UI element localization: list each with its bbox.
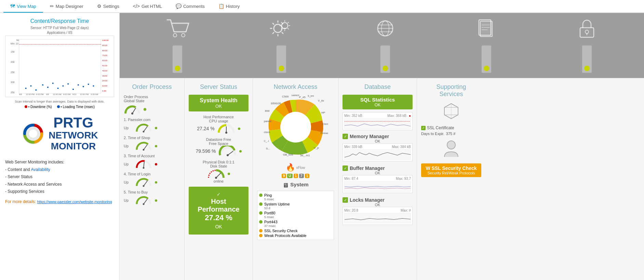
order-item-3: 3. Time of Account Up [124,154,180,169]
banner-item-cart [165,18,189,73]
weak-status-dot [259,234,263,237]
global-gauge [124,104,141,115]
svg-text:V_jc: V_jc [314,146,319,149]
order-num-4: 4. Time of Login [124,172,180,176]
physical-disk-gauge [207,168,225,179]
prtg-logo: PRTG NETWORK MONITOR [5,116,114,152]
nav-history[interactable]: 📋 History [212,0,246,13]
order-gauge-4 [135,177,152,187]
system-health-box: System Health OK [189,95,249,111]
svg-point-23 [42,84,43,85]
doc-banner-icon [475,18,498,43]
buffer-mini-svg [345,182,411,191]
svg-rect-55 [480,21,492,37]
system-health-label: System Health [192,97,245,104]
legend-downtime: • Downtime (%) [25,105,52,109]
legend-dot-blue [57,105,60,108]
ssl-status-dot [259,229,263,232]
donut-chart-container: P_45 V_its HP Cisco ASA Firewall V_jc 3d… [257,95,334,160]
global-state-sub: Global State [124,99,180,103]
order-status-1: Up [124,126,132,130]
svg-point-60 [585,30,589,34]
supporting-services-section: SupportingServices ✓ SSL Certificate [417,78,485,280]
svg-text:30.00: 30.00 [102,75,108,77]
host-perf-big-title: Host Performance [192,198,245,213]
system-item-port443: Port443 [259,219,332,224]
svg-point-65 [143,131,145,133]
svg-point-30 [78,84,79,85]
svg-text:C_..l: C_..l [264,140,269,143]
svg-rect-59 [580,28,594,37]
svg-point-80 [280,112,311,143]
uptime-status-dot [259,202,263,206]
nav-view-map[interactable]: 🗺 View Map [3,0,43,13]
memory-manager-label: Memory Manager [350,134,389,139]
buffer-chart-row: Min: 87.4 Max: 93.7 [344,177,411,181]
website-monitoring-link[interactable]: https://www.paessler.com/website-monitor… [37,200,112,204]
svg-text:0.00: 0.00 [102,90,106,92]
svg-text:Cisco ASA: Cisco ASA [322,122,328,125]
cube-icon-svg [443,102,460,121]
svg-text:6:00 PM: 6:00 PM [36,93,43,95]
svg-line-70 [144,181,147,186]
nav-get-html[interactable]: </> Get HTML [126,0,169,13]
status-dot-3 [155,163,157,165]
host-perf-big-status: OK [192,224,245,229]
nav-comments[interactable]: 💬 Comments [169,0,212,13]
banner-tube-cart [173,45,182,73]
locks-manager-ok: OK [343,203,413,207]
order-num-2: 2. Time of Shop [124,136,180,140]
order-row-5: Up [124,195,180,205]
svg-point-48 [282,23,288,29]
badge-1: 1 [294,174,298,178]
system-monitor-icon: 🖥 [282,182,289,189]
svg-text:9/10: 9/10 [72,93,77,95]
ssl-warn-title: W SSL Security Check [423,165,479,171]
svg-point-69 [143,167,145,169]
link-content: - Content and Availability [5,166,114,174]
svg-text:9/9: 9/9 [19,93,22,95]
svg-point-99 [447,141,455,149]
order-item-1: 1. Paessler.com Up [124,118,180,133]
chart-svg: Max: 375 msec 350 300 250 200 150 Min: 1… [5,36,114,97]
buffer-manager-ok: OK [343,171,413,175]
locks-chart-row: Min: 20.8 Max: # [344,209,411,212]
legend-loadtime: • Loading Time (msec) [57,105,95,109]
order-status-5: Up [124,198,132,202]
status-dot-2 [155,145,157,147]
global-state-item: Order Process Global State [124,95,180,115]
svg-text:3d_..in1: 3d_..in1 [300,154,310,157]
port80-label: Port80 [264,211,275,215]
database-title: Database [343,83,413,91]
nav-get-html-label: Get HTML [142,4,162,9]
physical-disk-sub: Disk State [189,164,249,168]
svg-text:Switch: Switch [291,95,299,97]
availability-link[interactable]: Availability [31,167,50,172]
buffer-min: Min: 87.4 [344,177,358,181]
port443-status-dot [259,220,263,224]
svg-line-64 [144,126,147,132]
person-avatar-icon [421,140,481,162]
comments-icon: 💬 [176,3,182,9]
memory-max: Max: 384 kB [392,145,411,149]
svg-point-29 [72,89,74,90]
prtg-monitor-text: MONITOR [49,141,98,152]
system-title: System [290,182,308,187]
memory-check-row: ✓ Memory Manager [343,134,413,139]
datastore-metric: Datastore Free Free Space 79.596 % [189,137,249,157]
network-access-section: Network Access [253,78,338,280]
svg-text:800: 800 [265,109,270,112]
nav-settings-label: Settings [103,4,119,9]
order-item-5: 5. Time to Buy Up [124,190,180,205]
svg-text:panos: panos [264,120,271,123]
nav-settings[interactable]: ⚙ Settings [90,0,126,13]
memory-check-icon: ✓ [343,134,348,139]
physical-disk-metric: Physical Disk 0:1:1 Disk State online [189,160,249,183]
nav-map-designer[interactable]: ✏ Map Designer [43,0,90,13]
svg-text:150: 150 [11,51,15,53]
svg-text:HP: HP [321,111,325,114]
datastore-dot [239,150,242,152]
buffer-check-icon: ✓ [343,165,348,171]
svg-text:200: 200 [11,61,15,63]
memory-manager-ok: OK [343,139,413,143]
